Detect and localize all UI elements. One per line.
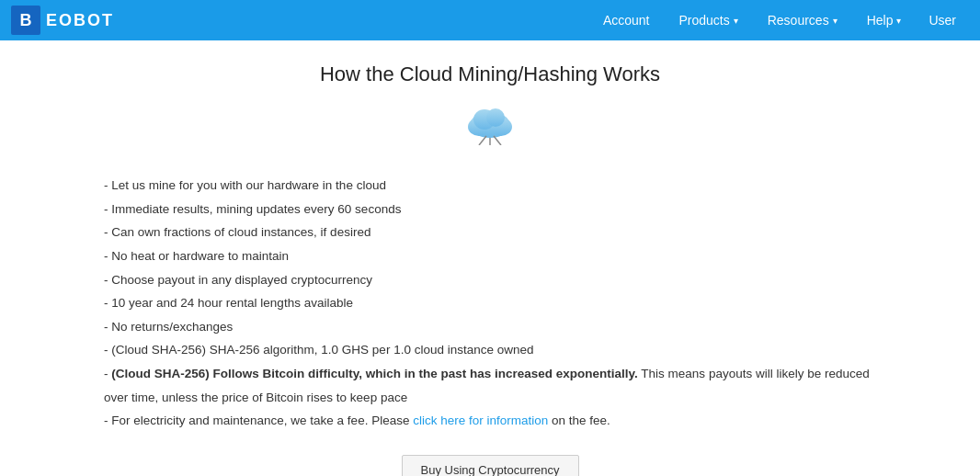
svg-line-7: [494, 136, 501, 145]
bullet-10-post: on the fee.: [548, 414, 610, 427]
products-dropdown-icon: ▾: [734, 16, 738, 26]
nav-help-label: Help: [867, 13, 894, 28]
bullet-9-bold: (Cloud SHA-256) Follows Bitcoin difficul…: [111, 367, 638, 380]
buy-using-cryptocurrency-button[interactable]: Buy Using Cryptocurrency: [402, 455, 579, 476]
bullet-7: - No returns/exchanges: [104, 315, 885, 339]
bullet-3: - Can own fractions of cloud instances, …: [104, 221, 885, 244]
nav-item-products[interactable]: Products ▾: [664, 0, 752, 40]
svg-line-5: [479, 136, 486, 145]
nav-item-resources[interactable]: Resources ▾: [753, 0, 852, 40]
logo-text: EOBOT: [46, 11, 114, 30]
bullet-2: - Immediate results, mining updates ever…: [104, 198, 885, 221]
nav-item-user[interactable]: User: [916, 0, 969, 40]
main-content: How the Cloud Mining/Hashing Works - Let…: [76, 40, 904, 476]
fee-info-link[interactable]: click here for information: [413, 414, 548, 427]
page-title: How the Cloud Mining/Hashing Works: [95, 62, 885, 86]
nav-user-label: User: [929, 13, 956, 28]
cloud-icon: [95, 101, 885, 155]
resources-dropdown-icon: ▾: [833, 16, 838, 26]
nav-item-help[interactable]: Help ▾: [852, 0, 917, 40]
bullet-10: - For electricity and maintenance, we ta…: [104, 409, 885, 433]
bullet-8: - (Cloud SHA-256) SHA-256 algorithm, 1.0…: [104, 338, 885, 362]
nav-resources-label: Resources: [768, 13, 829, 28]
logo[interactable]: B EOBOT: [11, 6, 114, 35]
nav-item-account[interactable]: Account: [588, 0, 665, 40]
info-list: - Let us mine for you with our hardware …: [104, 174, 885, 433]
help-dropdown-icon: ▾: [896, 16, 901, 26]
bullet-4: - No heat or hardware to maintain: [104, 244, 885, 268]
bullet-9: - (Cloud SHA-256) Follows Bitcoin diffic…: [104, 362, 885, 409]
buy-section: Buy Using Cryptocurrency: [95, 455, 885, 476]
nav-links: Account Products ▾ Resources ▾ Help ▾ Us…: [588, 0, 969, 40]
nav-account-label: Account: [603, 13, 650, 28]
svg-point-4: [486, 108, 505, 127]
logo-box: B: [11, 6, 40, 35]
navbar: B EOBOT Account Products ▾ Resources ▾ H…: [0, 0, 980, 40]
bullet-10-pre: - For electricity and maintenance, we ta…: [104, 414, 413, 427]
nav-products-label: Products: [678, 13, 729, 28]
bullet-5: - Choose payout in any displayed cryptoc…: [104, 268, 885, 292]
bullet-6: - 10 year and 24 hour rental lengths ava…: [104, 291, 885, 315]
bullet-1: - Let us mine for you with our hardware …: [104, 174, 885, 198]
